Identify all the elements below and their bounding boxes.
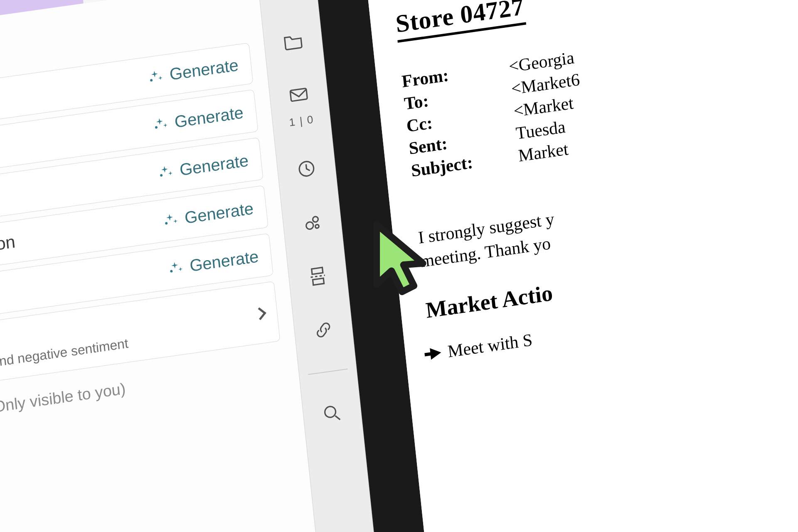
- copy-icon[interactable]: [274, 0, 301, 1]
- generate-label: Generate: [179, 151, 249, 179]
- meta-sent-value: Tuesda: [515, 117, 566, 143]
- own-questions-label: your own questions (Only visible to you): [0, 380, 126, 436]
- toolbar-divider: [308, 369, 348, 375]
- generate-button[interactable]: Generate: [148, 56, 239, 87]
- generate-label: Generate: [184, 199, 254, 227]
- svg-point-7: [324, 406, 336, 418]
- sparkle-icon: [158, 163, 175, 180]
- svg-point-4: [306, 222, 314, 230]
- bubbles-icon[interactable]: [298, 208, 326, 236]
- sparkle-icon: [153, 115, 170, 132]
- document-page: · · Store 04727 From:<Georgia To:<Market…: [359, 0, 798, 532]
- document-heading: Store 04727: [394, 0, 526, 43]
- arrow-bullet-icon: [430, 347, 442, 360]
- mail-icon[interactable]: [285, 81, 313, 109]
- generate-label: Generate: [169, 56, 239, 84]
- search-icon[interactable]: [318, 399, 346, 428]
- sparkle-icon: [148, 68, 165, 85]
- generate-button[interactable]: Generate: [168, 247, 260, 278]
- generate-button[interactable]: Generate: [158, 151, 249, 182]
- svg-point-5: [313, 216, 318, 222]
- sparkle-icon: [163, 211, 180, 228]
- page-break-icon[interactable]: [304, 262, 332, 291]
- scan-artifact: ·: [437, 0, 443, 2]
- generate-label: Generate: [189, 247, 259, 275]
- generate-button[interactable]: Generate: [163, 199, 254, 230]
- svg-point-6: [315, 224, 319, 229]
- meta-subject-value: Market: [517, 139, 569, 166]
- chevron-right-icon: [254, 307, 266, 320]
- history-icon[interactable]: [293, 155, 320, 183]
- folder-icon[interactable]: [279, 27, 307, 55]
- generate-button[interactable]: Generate: [153, 103, 244, 134]
- mail-count: 1 | 0: [288, 113, 315, 129]
- sparkle-icon: [168, 259, 185, 276]
- generate-label: Generate: [174, 103, 244, 131]
- link-icon[interactable]: [310, 316, 337, 344]
